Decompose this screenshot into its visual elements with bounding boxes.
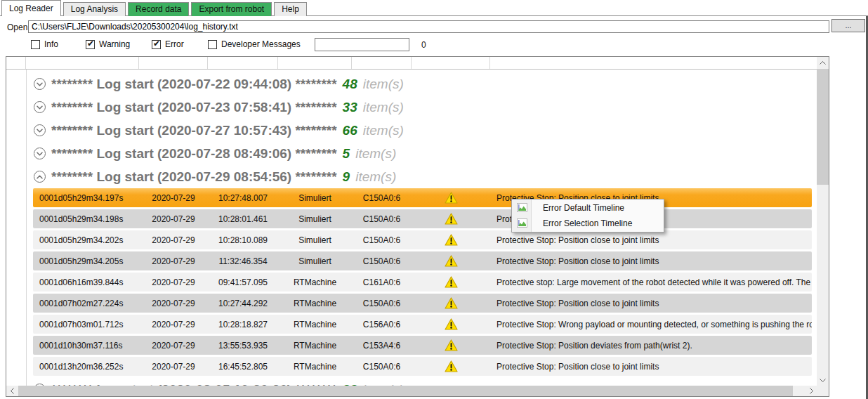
expand-collapse-icon[interactable] bbox=[34, 148, 46, 159]
group-item-count: 33 bbox=[343, 100, 357, 115]
tab[interactable]: Log Analysis bbox=[63, 2, 126, 16]
expand-collapse-icon[interactable] bbox=[34, 124, 46, 136]
group-items-label: item(s) bbox=[363, 100, 404, 115]
context-menu-item[interactable]: Error Default Timeline bbox=[512, 200, 664, 216]
table-row[interactable]: 0001d05h29m34.202s 2020-07-29 10:28:10.0… bbox=[33, 230, 812, 249]
cell-time: 16:45:52.805 bbox=[208, 362, 278, 372]
group-items-label: item(s) bbox=[363, 77, 404, 92]
cell-timestamp: 0001d06h16m39.844s bbox=[33, 277, 139, 287]
group-item-count: 48 bbox=[343, 77, 357, 92]
log-group-row[interactable]: ******** Log start (2020-07-28 08:49:06)… bbox=[6, 142, 817, 165]
log-group-row[interactable]: ******** Log start (2020-08-05 10:36:26)… bbox=[6, 378, 817, 386]
column-header[interactable] bbox=[208, 57, 278, 69]
log-group-row[interactable]: ******** Log start (2020-07-23 07:58:41)… bbox=[6, 96, 817, 119]
cell-error-source: Simuliert bbox=[278, 256, 352, 266]
horizontal-scrollbar[interactable] bbox=[6, 386, 817, 396]
cell-date: 2020-07-29 bbox=[139, 214, 208, 224]
checkbox-label: Developer Messages bbox=[221, 39, 301, 49]
warning-icon bbox=[412, 213, 490, 225]
table-row[interactable]: 0001d07h03m01.712s 2020-07-29 10:28:18.8… bbox=[33, 315, 812, 334]
expand-collapse-icon[interactable] bbox=[34, 78, 46, 90]
tab-label: Log Analysis bbox=[71, 4, 118, 14]
column-header[interactable] bbox=[412, 57, 490, 69]
tab-label: Export from robot bbox=[199, 4, 264, 14]
table-row[interactable]: 0001d07h02m27.224s 2020-07-29 10:27:44.2… bbox=[33, 294, 812, 313]
cell-error-source: RTMachine bbox=[278, 362, 352, 372]
file-path-input[interactable] bbox=[28, 20, 829, 33]
filter-checkbox[interactable]: Info bbox=[31, 39, 58, 49]
scroll-down-arrow-icon[interactable] bbox=[817, 374, 829, 386]
cell-error-code: C150A0:6 bbox=[352, 362, 412, 372]
checkbox-icon[interactable] bbox=[86, 40, 95, 49]
warning-icon bbox=[412, 339, 490, 351]
cell-date: 2020-07-29 bbox=[139, 256, 208, 266]
tab-label: Log Reader bbox=[9, 4, 53, 13]
cell-description: Protective Stop: Wrong payload or mounti… bbox=[490, 320, 812, 329]
cell-time: 10:28:01.461 bbox=[208, 214, 278, 224]
cell-error-source: Simuliert bbox=[278, 235, 352, 245]
expand-collapse-icon[interactable] bbox=[34, 171, 46, 183]
log-group-row[interactable]: ******** Log start (2020-07-29 08:54:56)… bbox=[6, 165, 817, 188]
warning-icon bbox=[412, 318, 490, 330]
cell-time: 10:27:44.292 bbox=[208, 299, 278, 308]
filter-checkbox[interactable]: Developer Messages bbox=[208, 39, 301, 49]
column-header[interactable] bbox=[278, 57, 352, 69]
checkbox-icon[interactable] bbox=[208, 40, 217, 49]
table-row[interactable]: 0001d13h20m36.252s 2020-07-29 16:45:52.8… bbox=[33, 357, 812, 376]
log-group-row[interactable]: ******** Log start (2020-07-22 09:44:08)… bbox=[6, 72, 817, 96]
scroll-right-arrow-icon[interactable] bbox=[805, 386, 817, 396]
browse-button[interactable]: ... bbox=[831, 19, 865, 32]
warning-icon bbox=[412, 192, 490, 204]
cell-error-source: RTMachine bbox=[278, 341, 352, 351]
context-menu-item[interactable]: Error Selection Timeline bbox=[512, 216, 664, 231]
cell-error-code: C150A0:6 bbox=[352, 235, 412, 245]
vertical-scrollbar[interactable] bbox=[817, 57, 829, 386]
group-title: ******** Log start (2020-07-29 08:54:56)… bbox=[51, 169, 337, 185]
checkbox-label: Warning bbox=[99, 39, 130, 49]
scrollbar-corner bbox=[817, 386, 829, 396]
column-header[interactable] bbox=[26, 57, 139, 69]
cell-description: Protective Stop: Position deviates from … bbox=[490, 341, 812, 351]
table-row[interactable]: 0001d06h16m39.844s 2020-07-29 09:41:57.0… bbox=[33, 273, 812, 292]
log-group-row[interactable]: ******** Log start (2020-07-27 10:57:43)… bbox=[6, 119, 817, 142]
cell-time: 09:41:57.095 bbox=[208, 277, 278, 287]
warning-icon bbox=[412, 297, 490, 309]
table-row[interactable]: 0001d05h29m34.198s 2020-07-29 10:28:01.4… bbox=[33, 209, 812, 228]
cell-date: 2020-07-29 bbox=[139, 341, 208, 351]
scroll-left-arrow-icon[interactable] bbox=[6, 386, 18, 396]
horizontal-scroll-thumb[interactable] bbox=[18, 386, 793, 396]
menu-item-label: Error Default Timeline bbox=[543, 203, 624, 213]
grid-body: ******** Log start (2020-07-22 09:44:08)… bbox=[6, 70, 817, 386]
cell-description: Protective Stop: Position close to joint… bbox=[490, 299, 812, 308]
tab[interactable]: Record data bbox=[128, 2, 189, 16]
table-row[interactable]: 0001d05h29m34.205s 2020-07-29 11:32:46.3… bbox=[33, 251, 812, 270]
tab[interactable]: Log Reader bbox=[1, 0, 61, 16]
checkbox-icon[interactable] bbox=[152, 40, 161, 49]
cell-error-source: Simuliert bbox=[278, 193, 352, 203]
filter-checkbox[interactable]: Error bbox=[152, 39, 184, 49]
filter-checkbox[interactable]: Warning bbox=[86, 39, 130, 49]
column-header[interactable] bbox=[490, 57, 817, 69]
cell-error-code: C150A0:6 bbox=[352, 299, 412, 308]
table-row[interactable]: 0001d10h30m37.116s 2020-07-29 13:55:53.9… bbox=[33, 336, 812, 355]
column-header[interactable] bbox=[352, 57, 412, 69]
tab-label: Record data bbox=[136, 4, 181, 14]
table-row[interactable]: 0001d05h29m34.197s 2020-07-29 10:27:48.0… bbox=[33, 188, 812, 207]
vertical-scroll-thumb[interactable] bbox=[817, 69, 829, 185]
expand-collapse-icon[interactable] bbox=[34, 101, 46, 113]
checkbox-icon[interactable] bbox=[31, 40, 40, 49]
cell-error-source: RTMachine bbox=[278, 299, 352, 308]
search-input[interactable] bbox=[315, 38, 409, 51]
context-menu: Error Default Timeline Error Selection T… bbox=[511, 199, 664, 233]
cell-timestamp: 0001d13h20m36.252s bbox=[33, 362, 139, 372]
tab[interactable]: Export from robot bbox=[191, 2, 272, 16]
column-header[interactable] bbox=[139, 57, 208, 69]
cell-error-source: RTMachine bbox=[278, 320, 352, 329]
cell-date: 2020-07-29 bbox=[139, 320, 208, 329]
tab[interactable]: Help bbox=[274, 2, 307, 16]
group-item-count: 9 bbox=[343, 169, 350, 185]
checkbox-label: Info bbox=[44, 39, 58, 49]
cell-description: Protective Stop: Position close to joint… bbox=[490, 256, 812, 266]
cell-date: 2020-07-29 bbox=[139, 277, 208, 287]
scroll-up-arrow-icon[interactable] bbox=[817, 57, 829, 68]
